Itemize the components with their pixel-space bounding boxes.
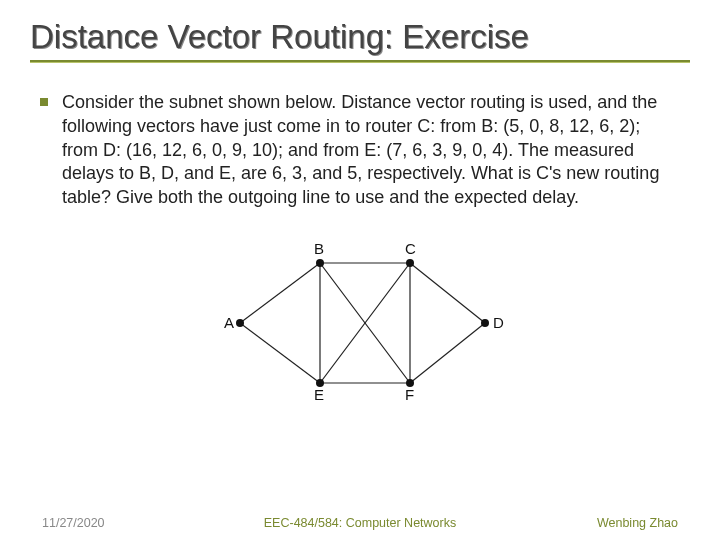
node-label-d: D [493, 314, 504, 331]
footer-author: Wenbing Zhao [597, 516, 678, 530]
svg-line-8 [410, 323, 485, 383]
node-label-f: F [405, 386, 414, 403]
footer-date: 11/27/2020 [42, 516, 105, 530]
footer-course: EEC-484/584: Computer Networks [264, 516, 456, 530]
node-label-a: A [224, 314, 234, 331]
svg-line-3 [240, 323, 320, 383]
svg-point-10 [236, 319, 244, 327]
title-divider [30, 60, 690, 63]
network-diagram: A B C D E F [210, 238, 510, 408]
bullet-icon [40, 98, 48, 106]
node-label-e: E [314, 386, 324, 403]
slide-footer: 11/27/2020 EEC-484/584: Computer Network… [0, 516, 720, 530]
svg-point-12 [406, 259, 414, 267]
node-label-b: B [314, 240, 324, 257]
node-label-c: C [405, 240, 416, 257]
svg-point-11 [316, 259, 324, 267]
svg-line-0 [240, 263, 320, 323]
svg-line-2 [410, 263, 485, 323]
svg-point-13 [481, 319, 489, 327]
exercise-paragraph: Consider the subnet shown below. Distanc… [62, 91, 680, 210]
page-title: Distance Vector Routing: Exercise [30, 18, 690, 56]
